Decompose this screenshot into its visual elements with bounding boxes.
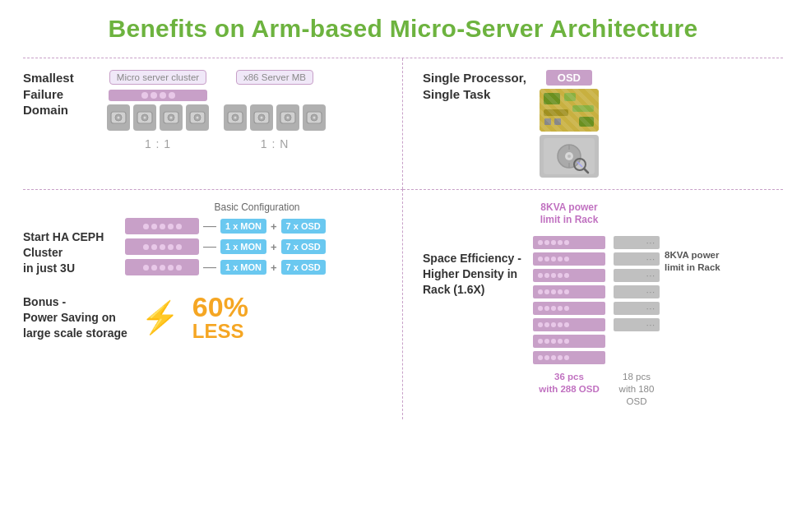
x86-hdd1 xyxy=(224,104,247,131)
d2 xyxy=(151,224,157,229)
section-space-efficiency: Space Efficiency -Higher Density inRack … xyxy=(403,189,783,419)
micro-hdd-row xyxy=(107,104,209,131)
config-row-1: — 1 x MON + 7 x OSD xyxy=(125,218,389,234)
x86-hdd4 xyxy=(303,104,326,131)
d2b xyxy=(151,244,157,250)
gray-col-wrap: ··· ··· ··· ··· ··· ··· 8KVA powerlimit … xyxy=(614,236,720,331)
p-bar-3 xyxy=(533,269,605,282)
config-row-2: — 1 x MON + 7 x OSD xyxy=(125,238,389,255)
g-dots-1: ··· xyxy=(646,238,655,247)
sixty-less: LESS xyxy=(192,321,248,342)
mon-tag-1: 1 x MON xyxy=(220,219,266,234)
x86-label: x86 Server MB xyxy=(236,70,313,85)
config-bar-3 xyxy=(125,259,199,275)
power-limit-right: 8KVA powerlimit in Rack xyxy=(665,249,720,274)
g-dots-5: ··· xyxy=(646,304,655,313)
config-bar-1 xyxy=(125,218,199,234)
main-title: Benefits on Arm-based Micro-Server Archi… xyxy=(23,15,783,43)
ceph-label: Start HA CEPHClusterin just 3U xyxy=(23,201,113,276)
svg-rect-29 xyxy=(579,117,594,127)
osd-badge: OSD xyxy=(546,70,592,86)
d2c xyxy=(151,265,157,271)
config-title: Basic Configuration xyxy=(125,201,389,213)
svg-point-5 xyxy=(144,117,146,119)
osd-disk-icon xyxy=(540,135,599,178)
p-bar-7 xyxy=(533,335,605,348)
dot4 xyxy=(169,92,175,99)
g-dots-6: ··· xyxy=(646,321,655,330)
bonus-label: Bonus -Power Saving onlarge scale storag… xyxy=(23,294,127,341)
single-processor-label: Single Processor,Single Task xyxy=(423,70,526,102)
d3b xyxy=(160,244,165,250)
g-dots-2: ··· xyxy=(646,255,655,264)
p-bar-2 xyxy=(533,252,605,266)
g-bar-5: ··· xyxy=(614,302,660,315)
config-dots-1 xyxy=(143,224,182,229)
p-dots-8 xyxy=(538,355,569,360)
page: Benefits on Arm-based Micro-Server Archi… xyxy=(0,0,806,532)
lightning-icon: ⚡ xyxy=(141,299,179,335)
p-dots-1 xyxy=(538,240,569,245)
p-bar-6 xyxy=(533,318,605,331)
osd-tag-1: 7 x OSD xyxy=(281,219,326,234)
config-dots-2 xyxy=(143,244,182,250)
micro-bar-dots xyxy=(141,92,175,99)
d5c xyxy=(176,265,182,271)
bonus-percent-group: 60% LESS xyxy=(192,293,248,342)
svg-point-35 xyxy=(567,155,571,158)
disk-svg xyxy=(544,138,595,174)
ratio1-label: 1 : 1 xyxy=(145,137,171,150)
bars-area: ··· ··· ··· ··· ··· ··· 8KVA powerlimit … xyxy=(533,236,783,364)
svg-point-14 xyxy=(234,117,237,119)
d1 xyxy=(143,224,149,229)
hdd3 xyxy=(160,104,183,131)
section-single-processor: Single Processor,Single Task OSD xyxy=(403,58,783,189)
svg-rect-27 xyxy=(544,109,568,116)
p-dots-7 xyxy=(538,339,569,344)
osd-diagram: OSD xyxy=(540,70,599,178)
section-smallest-failure: SmallestFailureDomain Micro server clust… xyxy=(23,58,403,189)
arrow-1: — xyxy=(203,219,216,234)
purple-col xyxy=(533,236,605,364)
gray-col: ··· ··· ··· ··· ··· ··· xyxy=(614,236,660,331)
svg-point-20 xyxy=(287,117,290,119)
svg-point-17 xyxy=(261,117,263,119)
svg-point-8 xyxy=(170,117,173,119)
hdd1 xyxy=(107,104,130,131)
d4b xyxy=(168,244,174,250)
p-bar-8 xyxy=(533,351,605,364)
plus-1: + xyxy=(271,220,277,233)
g-dots-4: ··· xyxy=(646,288,655,297)
config-dots-3 xyxy=(143,265,182,271)
g-bar-2: ··· xyxy=(614,252,660,266)
p-dots-2 xyxy=(538,257,569,261)
d4 xyxy=(168,224,174,229)
svg-rect-31 xyxy=(554,118,561,125)
sixty-percent: 60% xyxy=(192,293,248,321)
section-ceph: Start HA CEPHClusterin just 3U Basic Con… xyxy=(23,189,403,419)
hdd4 xyxy=(186,104,209,131)
bonus-section: Bonus -Power Saving onlarge scale storag… xyxy=(23,289,389,342)
hdd-icon-svg4 xyxy=(188,109,206,127)
power-labels-row: 8KVA powerlimit in Rack xyxy=(533,201,783,229)
p-bar-4 xyxy=(533,285,605,298)
p-dots-4 xyxy=(538,289,569,294)
arrow-2: — xyxy=(203,239,216,254)
plus-2: + xyxy=(271,241,277,253)
d3 xyxy=(160,224,165,229)
ratio2-label: 1 : N xyxy=(261,137,290,150)
config-row-3: — 1 x MON + 7 x OSD xyxy=(125,259,389,275)
x86-hdd-svg4 xyxy=(305,109,323,127)
dot2 xyxy=(151,92,157,99)
mon-tag-3: 1 x MON xyxy=(220,260,266,275)
d3c xyxy=(160,265,165,271)
x86-hdd2 xyxy=(250,104,273,131)
g-dots-3: ··· xyxy=(646,271,655,280)
bottom-left-inner: Start HA CEPHClusterin just 3U Basic Con… xyxy=(23,201,389,280)
x86-hdd-svg1 xyxy=(226,109,244,127)
svg-point-11 xyxy=(197,117,199,119)
osd-tag-3: 7 x OSD xyxy=(281,260,326,275)
p-bar-1 xyxy=(533,236,605,249)
g-bar-3: ··· xyxy=(614,269,660,282)
power-limit-top: 8KVA powerlimit in Rack xyxy=(533,201,605,226)
